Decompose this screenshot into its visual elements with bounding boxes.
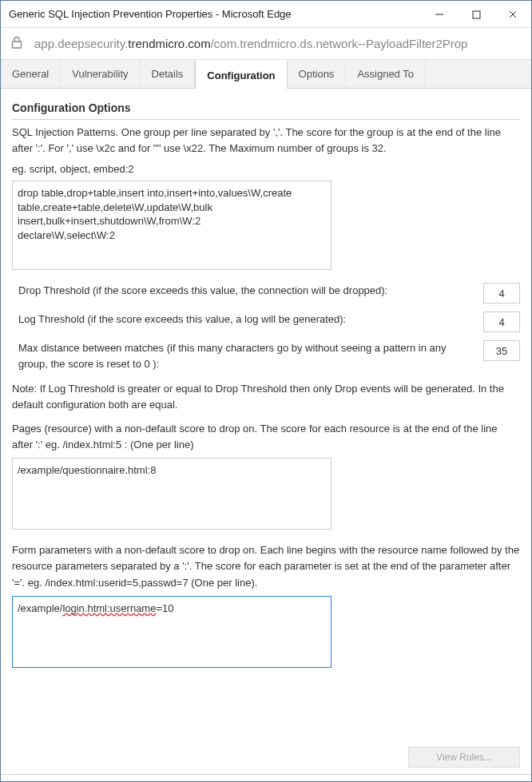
drop-threshold-label: Drop Threshold (if the score exceeds thi… bbox=[12, 283, 474, 299]
patterns-textarea[interactable] bbox=[12, 181, 332, 270]
tab-assigned-to[interactable]: Assigned To bbox=[346, 60, 426, 88]
minimize-button[interactable] bbox=[421, 1, 458, 28]
tab-configuration[interactable]: Configuration bbox=[195, 60, 287, 89]
log-threshold-input[interactable] bbox=[483, 312, 520, 332]
window-title: Generic SQL Injection Prevention Propert… bbox=[9, 8, 421, 20]
max-distance-label: Max distance between matches (if this ma… bbox=[12, 340, 474, 372]
address-bar[interactable]: app.deepsecurity.trendmicro.com/com.tren… bbox=[1, 28, 531, 60]
drop-threshold-input[interactable] bbox=[483, 283, 520, 304]
tab-details[interactable]: Details bbox=[141, 60, 196, 88]
patterns-example: eg. script, object, embed:2 bbox=[12, 161, 520, 177]
close-button[interactable] bbox=[494, 1, 531, 28]
svg-rect-4 bbox=[13, 42, 22, 48]
params-description: Form parameters with a non-default score… bbox=[12, 542, 520, 590]
log-threshold-label: Log Threshold (if the score exceeds this… bbox=[12, 312, 474, 327]
params-textarea[interactable]: /example/login.html:username=10 bbox=[12, 596, 332, 668]
config-heading: Configuration Options bbox=[12, 100, 520, 120]
patterns-description: SQL Injection Patterns. One group per li… bbox=[12, 125, 520, 157]
threshold-note: Note: If Log Threshold is greater or equ… bbox=[12, 381, 520, 413]
max-distance-input[interactable] bbox=[483, 340, 520, 361]
tab-vulnerability[interactable]: Vulnerability bbox=[61, 60, 140, 88]
content-area: Configuration Options SQL Injection Patt… bbox=[1, 89, 531, 744]
tab-options[interactable]: Options bbox=[288, 60, 347, 88]
tab-general[interactable]: General bbox=[1, 60, 61, 88]
window-titlebar: Generic SQL Injection Prevention Propert… bbox=[1, 1, 531, 28]
pages-description: Pages (resource) with a non-default scor… bbox=[12, 421, 520, 453]
tab-bar: General Vulnerability Details Configurat… bbox=[1, 60, 531, 89]
window-controls bbox=[421, 1, 531, 27]
view-rules-button: View Rules... bbox=[408, 747, 520, 768]
lock-icon bbox=[10, 35, 25, 52]
dialog-footer: OK Cancel Apply bbox=[1, 774, 531, 782]
url-text: app.deepsecurity.trendmicro.com/com.tren… bbox=[34, 37, 467, 50]
pages-textarea[interactable] bbox=[12, 458, 332, 530]
maximize-button[interactable] bbox=[458, 1, 494, 28]
svg-rect-1 bbox=[473, 11, 480, 18]
